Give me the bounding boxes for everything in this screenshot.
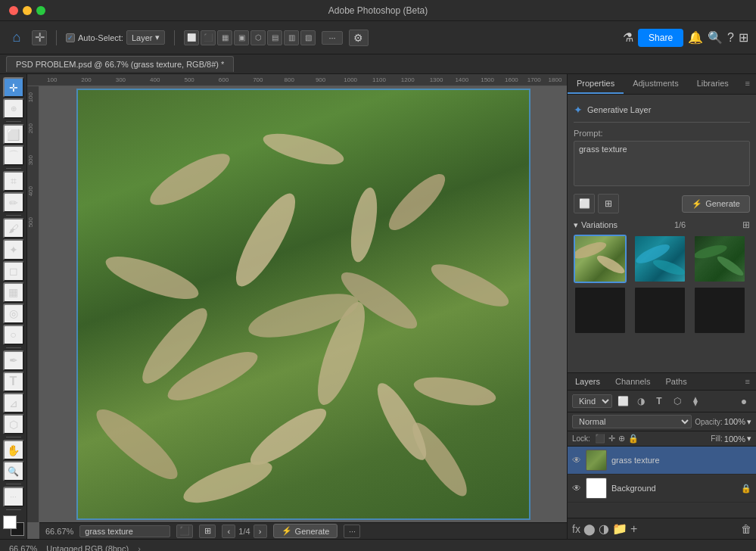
text-filter-btn[interactable]: T: [652, 394, 667, 409]
grid-view-btn[interactable]: ⊞: [199, 525, 216, 538]
marquee-tool[interactable]: ⬜: [3, 124, 24, 145]
align-btn-5[interactable]: ⬡: [250, 30, 266, 45]
document-tab[interactable]: PSD PROBLEM.psd @ 66.7% (grass texture, …: [6, 56, 234, 72]
add-mask-btn[interactable]: ⬤: [583, 523, 596, 535]
fx-btn[interactable]: fx: [572, 523, 580, 535]
notifications-icon[interactable]: 🔔: [688, 30, 703, 45]
close-button[interactable]: [9, 6, 18, 15]
lock-position-icon[interactable]: ✛: [608, 434, 615, 444]
hand-tool[interactable]: ✋: [3, 440, 24, 460]
variation-thumb-1[interactable]: [574, 235, 627, 283]
tab-paths[interactable]: Paths: [658, 373, 695, 390]
help-icon[interactable]: ?: [727, 31, 734, 45]
zoom-tool[interactable]: 🔍: [3, 461, 24, 481]
more-options-btn[interactable]: ···: [322, 31, 342, 45]
layer-dropdown[interactable]: Layer: [126, 30, 166, 45]
dodge-tool[interactable]: ○: [3, 325, 24, 345]
analytics-icon[interactable]: ⚗: [623, 30, 633, 45]
text-tool[interactable]: T: [3, 372, 24, 392]
prev-variation-btn[interactable]: ‹: [222, 525, 235, 538]
image-to-layer-btn[interactable]: ⬛: [176, 525, 193, 538]
align-btn-3[interactable]: ▦: [217, 30, 232, 45]
tab-libraries-label: Libraries: [697, 79, 729, 88]
chevron-variations[interactable]: ▾: [574, 220, 578, 230]
eraser-tool[interactable]: ◻: [3, 261, 24, 282]
grid-view-btn[interactable]: ⊞: [598, 194, 619, 213]
lock-artboard-icon[interactable]: ⊕: [618, 434, 625, 444]
variation-thumb-2[interactable]: [633, 235, 686, 283]
auto-select-checkbox[interactable]: ✓: [66, 33, 75, 42]
canvas-document[interactable]: [76, 89, 530, 520]
tab-layers[interactable]: Layers: [568, 373, 608, 390]
move-tool[interactable]: ✛: [3, 77, 24, 98]
fill-value[interactable]: 100%: [724, 434, 745, 444]
crop-tool[interactable]: ⌗: [3, 171, 24, 191]
canvas-prompt-input[interactable]: [79, 525, 170, 537]
tab-adjustments[interactable]: Adjustments: [624, 74, 688, 94]
maximize-button[interactable]: [36, 6, 45, 15]
settings-btn[interactable]: ⚙: [349, 30, 369, 46]
clone-tool[interactable]: ✦: [3, 239, 24, 260]
eyedropper-tool[interactable]: ✏: [3, 192, 24, 213]
variations-grid-icon[interactable]: ⊞: [742, 219, 750, 230]
variation-thumb-3[interactable]: [693, 235, 746, 283]
layer-row-grass-texture[interactable]: 👁 grass texture: [568, 447, 756, 475]
more-tools-btn[interactable]: ···: [3, 487, 24, 507]
align-btn-6[interactable]: ▤: [267, 30, 282, 45]
shape-filter-btn[interactable]: ⬡: [670, 394, 685, 409]
generate-btn-main[interactable]: ⚡ Generate: [682, 195, 750, 213]
align-btn-7[interactable]: ▥: [284, 30, 299, 45]
layout-icon[interactable]: ⊞: [739, 30, 748, 45]
minimize-button[interactable]: [23, 6, 32, 15]
search-icon[interactable]: 🔍: [708, 30, 723, 45]
properties-panel-menu[interactable]: ≡: [739, 74, 756, 94]
delete-layer-btn[interactable]: 🗑: [741, 523, 751, 535]
add-layer-btn[interactable]: +: [630, 522, 637, 536]
align-btn-4[interactable]: ▣: [234, 30, 249, 45]
canvas-generate-btn[interactable]: ⚡ Generate: [273, 524, 338, 538]
layer-visibility-grass[interactable]: 👁: [572, 455, 581, 465]
canvas-more-btn[interactable]: ···: [344, 525, 360, 538]
align-btn-1[interactable]: ⬜: [184, 30, 199, 45]
lasso-tool[interactable]: ⌒: [3, 145, 24, 166]
shape-tool[interactable]: ⬡: [3, 414, 24, 434]
smart-filter-btn[interactable]: ⧫: [688, 394, 703, 409]
adjustment-filter-btn[interactable]: ◑: [633, 394, 649, 409]
move-tool-btn[interactable]: ✛: [32, 30, 47, 45]
prompt-textarea[interactable]: grass texture: [574, 141, 750, 186]
canvas-viewport[interactable]: [39, 86, 567, 522]
variation-thumb-6[interactable]: [693, 286, 746, 335]
status-arrow[interactable]: ›: [138, 544, 141, 552]
blend-mode-select[interactable]: Normal: [572, 415, 692, 428]
layer-row-background[interactable]: 👁 Background 🔒: [568, 475, 756, 503]
opacity-value[interactable]: 100%: [724, 417, 745, 426]
align-btn-8[interactable]: ▧: [300, 30, 316, 45]
kind-filter-select[interactable]: Kind: [572, 394, 612, 408]
color-swatches[interactable]: [3, 515, 24, 536]
foreground-color-swatch[interactable]: [3, 515, 17, 529]
share-button[interactable]: Share: [638, 29, 683, 47]
lock-all-icon[interactable]: 🔒: [628, 434, 639, 444]
gradient-tool[interactable]: ▦: [3, 282, 24, 303]
tab-channels[interactable]: Channels: [608, 373, 658, 390]
brush-tool[interactable]: 🖌: [3, 218, 24, 238]
artboard-tool[interactable]: ⊕: [3, 98, 24, 119]
lock-pixels-icon[interactable]: ⬛: [595, 434, 605, 444]
layer-filter-toggle[interactable]: ●: [736, 394, 751, 409]
layers-panel-menu[interactable]: ≡: [739, 373, 756, 390]
add-adjustment-btn[interactable]: ◑: [599, 521, 609, 536]
path-selection-tool[interactable]: ⊿: [3, 393, 24, 413]
add-group-btn[interactable]: 📁: [612, 521, 627, 536]
tab-properties[interactable]: Properties: [568, 74, 624, 94]
pen-tool[interactable]: ✒: [3, 350, 24, 371]
next-variation-btn[interactable]: ›: [254, 525, 267, 538]
blur-tool[interactable]: ◎: [3, 304, 24, 324]
window-controls[interactable]: [9, 6, 45, 15]
layer-visibility-bg[interactable]: 👁: [572, 483, 581, 493]
variation-thumb-5[interactable]: [633, 286, 686, 335]
reference-image-btn[interactable]: ⬜: [574, 194, 595, 213]
align-btn-2[interactable]: ⬛: [201, 30, 216, 45]
tab-libraries[interactable]: Libraries: [688, 74, 738, 94]
variation-thumb-4[interactable]: [574, 286, 627, 335]
pixel-filter-btn[interactable]: ⬜: [615, 394, 630, 409]
